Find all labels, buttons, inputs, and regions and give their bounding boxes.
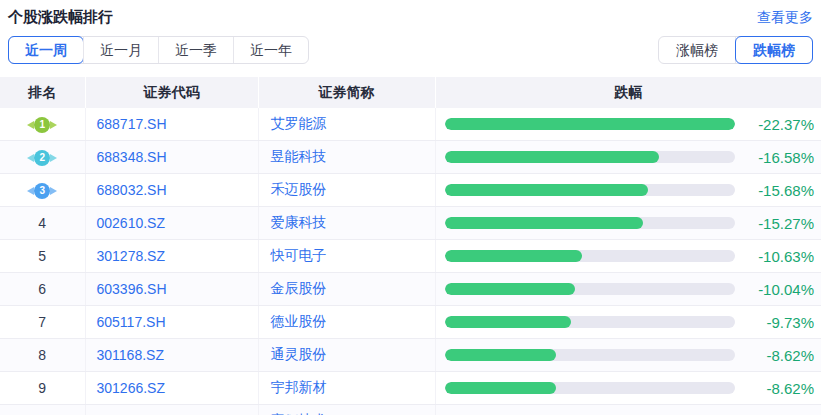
stock-name[interactable]: 爱康科技 — [258, 207, 435, 240]
stock-code[interactable]: 688717.SH — [85, 108, 258, 141]
stock-code[interactable]: 301266.SZ — [85, 372, 258, 405]
stock-name[interactable]: 宇邦新材 — [258, 372, 435, 405]
table-row[interactable]: 4 002610.SZ 爱康科技 -15.27% — [0, 207, 821, 240]
decline-bar — [445, 382, 557, 394]
rank-1-medal-icon: 1 — [34, 117, 50, 133]
change-cell: -15.68% — [435, 174, 821, 207]
page-title: 个股涨跌幅排行 — [8, 8, 113, 27]
change-cell: -8.62% — [435, 339, 821, 372]
tab-last-week[interactable]: 近一周 — [9, 37, 83, 63]
change-cell: -8.54% — [435, 405, 821, 415]
decline-percent: -15.68% — [735, 182, 821, 199]
panel-header: 个股涨跌幅排行 查看更多 — [8, 8, 813, 27]
decline-bar — [445, 118, 735, 130]
controls-row: 近一周 近一月 近一季 近一年 涨幅榜 跌幅榜 — [8, 36, 813, 64]
bar-track — [445, 316, 735, 328]
table-row[interactable]: 7 605117.SH 德业股份 -9.73% — [0, 306, 821, 339]
decline-percent: -16.58% — [735, 149, 821, 166]
stock-name[interactable]: 禾迈股份 — [258, 174, 435, 207]
toggle-gainers-board[interactable]: 涨幅榜 — [659, 37, 735, 63]
view-more-link[interactable]: 查看更多 — [757, 9, 813, 27]
stock-name[interactable]: 赛伍技术 — [258, 405, 435, 415]
change-cell: -8.62% — [435, 372, 821, 405]
stock-name[interactable]: 快可电子 — [258, 240, 435, 273]
decline-bar — [445, 283, 575, 295]
stock-code[interactable]: 301278.SZ — [85, 240, 258, 273]
decline-bar — [445, 316, 571, 328]
board-toggle-group: 涨幅榜 跌幅榜 — [658, 36, 813, 64]
stock-code[interactable]: 603212.SH — [85, 405, 258, 415]
stock-code[interactable]: 688348.SH — [85, 141, 258, 174]
period-tab-group: 近一周 近一月 近一季 近一年 — [8, 36, 309, 64]
rank-3-medal-icon: 3 — [34, 183, 50, 199]
stock-code[interactable]: 605117.SH — [85, 306, 258, 339]
stock-code[interactable]: 688032.SH — [85, 174, 258, 207]
table-row[interactable]: 10 603212.SH 赛伍技术 -8.54% — [0, 405, 821, 415]
bar-track — [445, 151, 735, 163]
rank-cell: 8 — [0, 339, 85, 372]
table-row[interactable]: 5 301278.SZ 快可电子 -10.63% — [0, 240, 821, 273]
change-cell: -16.58% — [435, 141, 821, 174]
table-row[interactable]: 1 688717.SH 艾罗能源 -22.37% — [0, 108, 821, 141]
decline-percent: -10.63% — [735, 248, 821, 265]
table-row[interactable]: 8 301168.SZ 通灵股份 -8.62% — [0, 339, 821, 372]
stock-name[interactable]: 艾罗能源 — [258, 108, 435, 141]
bar-track — [445, 118, 735, 130]
rank-cell: 1 — [0, 108, 85, 141]
decline-percent: -15.27% — [735, 215, 821, 232]
change-cell: -15.27% — [435, 207, 821, 240]
decline-bar — [445, 151, 660, 163]
rank-cell: 4 — [0, 207, 85, 240]
decline-percent: -9.73% — [735, 314, 821, 331]
bar-track — [445, 382, 735, 394]
rank-2-medal-icon: 2 — [34, 150, 50, 166]
change-cell: -10.63% — [435, 240, 821, 273]
decline-bar — [445, 349, 557, 361]
rank-cell: 2 — [0, 141, 85, 174]
rank-cell: 3 — [0, 174, 85, 207]
bar-track — [445, 349, 735, 361]
stock-name[interactable]: 德业股份 — [258, 306, 435, 339]
decline-bar — [445, 184, 648, 196]
column-header-name: 证券简称 — [258, 77, 435, 108]
change-cell: -22.37% — [435, 108, 821, 141]
tab-last-month[interactable]: 近一月 — [83, 37, 158, 63]
decline-bar — [445, 217, 643, 229]
table-header-row: 排名 证券代码 证券简称 跌幅 — [0, 77, 821, 108]
stock-name[interactable]: 昱能科技 — [258, 141, 435, 174]
stock-name[interactable]: 金辰股份 — [258, 273, 435, 306]
bar-track — [445, 283, 735, 295]
decline-percent: -22.37% — [735, 116, 821, 133]
stock-code[interactable]: 603396.SH — [85, 273, 258, 306]
decline-percent: -8.62% — [735, 380, 821, 397]
column-header-change: 跌幅 — [435, 77, 821, 108]
decline-bar — [445, 250, 583, 262]
rank-cell: 9 — [0, 372, 85, 405]
bar-track — [445, 217, 735, 229]
change-cell: -9.73% — [435, 306, 821, 339]
change-cell: -10.04% — [435, 273, 821, 306]
table-row[interactable]: 2 688348.SH 昱能科技 -16.58% — [0, 141, 821, 174]
table-row[interactable]: 3 688032.SH 禾迈股份 -15.68% — [0, 174, 821, 207]
column-header-code: 证券代码 — [85, 77, 258, 108]
rank-cell: 5 — [0, 240, 85, 273]
stock-ranking-panel: 个股涨跌幅排行 查看更多 近一周 近一月 近一季 近一年 涨幅榜 跌幅榜 — [0, 0, 821, 64]
tab-last-quarter[interactable]: 近一季 — [158, 37, 233, 63]
table-row[interactable]: 6 603396.SH 金辰股份 -10.04% — [0, 273, 821, 306]
table-row[interactable]: 9 301266.SZ 宇邦新材 -8.62% — [0, 372, 821, 405]
toggle-losers-board[interactable]: 跌幅榜 — [735, 37, 812, 63]
stock-name[interactable]: 通灵股份 — [258, 339, 435, 372]
bar-track — [445, 250, 735, 262]
stock-code[interactable]: 301168.SZ — [85, 339, 258, 372]
rank-cell: 10 — [0, 405, 85, 415]
decline-percent: -10.04% — [735, 281, 821, 298]
tab-last-year[interactable]: 近一年 — [233, 37, 308, 63]
stock-code[interactable]: 002610.SZ — [85, 207, 258, 240]
decline-percent: -8.62% — [735, 347, 821, 364]
rank-cell: 7 — [0, 306, 85, 339]
ranking-table: 排名 证券代码 证券简称 跌幅 1 688717.SH 艾罗能源 -22.37%… — [0, 77, 821, 415]
rank-cell: 6 — [0, 273, 85, 306]
bar-track — [445, 184, 735, 196]
column-header-rank: 排名 — [0, 77, 85, 108]
